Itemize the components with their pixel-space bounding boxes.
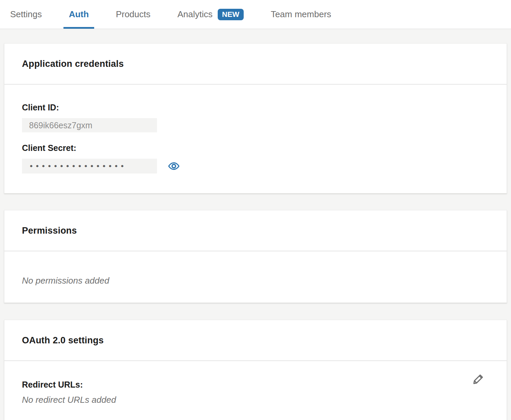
application-credentials-card: Application credentials Client ID: 869ik… [4, 43, 507, 193]
tab-analytics[interactable]: Analytics NEW [172, 0, 249, 29]
application-credentials-header: Application credentials [4, 44, 507, 84]
oauth-settings-body: Redirect URLs: No redirect URLs added [4, 361, 507, 420]
permissions-header: Permissions [4, 210, 507, 251]
permissions-card: Permissions No permissions added [4, 210, 507, 303]
oauth-settings-card: OAuth 2.0 settings Redirect URLs: No red… [4, 320, 507, 420]
eye-icon [168, 160, 180, 172]
oauth-settings-title: OAuth 2.0 settings [22, 335, 489, 346]
tab-analytics-label: Analytics [178, 9, 213, 20]
redirect-urls-label: Redirect URLs: [22, 380, 489, 389]
client-id-label: Client ID: [22, 103, 489, 112]
permissions-body: No permissions added [4, 251, 507, 303]
client-secret-label: Client Secret: [22, 143, 489, 153]
application-credentials-title: Application credentials [22, 58, 489, 69]
edit-redirect-urls-button[interactable] [472, 372, 486, 386]
tab-products[interactable]: Products [110, 0, 156, 29]
pencil-icon [472, 372, 486, 386]
new-badge: NEW [218, 9, 244, 20]
tab-settings[interactable]: Settings [5, 0, 47, 29]
tab-auth[interactable]: Auth [63, 0, 94, 29]
tab-settings-label: Settings [10, 9, 42, 20]
client-id-value[interactable]: 869ik66esz7gxm [22, 118, 157, 132]
show-secret-button[interactable] [168, 160, 180, 172]
permissions-empty-text: No permissions added [22, 275, 489, 286]
tab-auth-label: Auth [69, 9, 89, 20]
tab-team-members[interactable]: Team members [265, 0, 337, 29]
oauth-settings-header: OAuth 2.0 settings [4, 320, 507, 361]
permissions-title: Permissions [22, 225, 489, 236]
tab-bar: Settings Auth Products Analytics NEW Tea… [0, 0, 511, 29]
client-secret-row: •••••••••••••••• [22, 159, 489, 174]
redirect-urls-empty-text: No redirect URLs added [22, 395, 489, 405]
application-credentials-body: Client ID: 869ik66esz7gxm Client Secret:… [4, 84, 507, 193]
client-secret-value[interactable]: •••••••••••••••• [22, 159, 157, 174]
tab-products-label: Products [116, 9, 151, 20]
tab-team-members-label: Team members [271, 9, 331, 20]
